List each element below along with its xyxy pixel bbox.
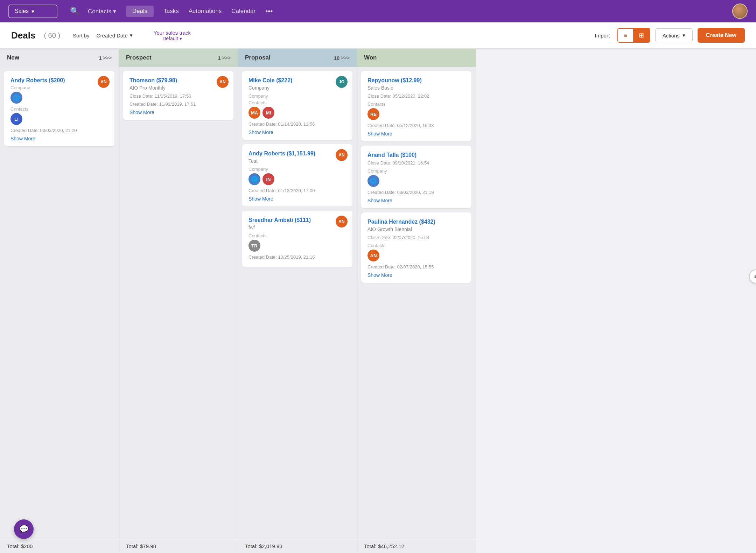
deal-title-card-repyounow[interactable]: Repyounow ($12.99) xyxy=(368,77,465,84)
deal-title-card-thomson[interactable]: Thomson ($79.98) xyxy=(130,77,227,84)
deal-badge-card-andy2: AN xyxy=(336,149,348,161)
deal-created-date-card-anand: Created Date: 03/03/2020, 21:19 xyxy=(368,190,465,195)
nav-contacts[interactable]: Contacts ▾ xyxy=(88,8,116,15)
chat-icon: 💬 xyxy=(19,525,29,534)
deal-card-card-mike: JO Mike Cole ($222) Company Company Cont… xyxy=(242,71,352,140)
view-toggle: ≡ ⊞ xyxy=(617,28,650,43)
col-new: New1 >>> AN Andy Roberts ($200) Company … xyxy=(0,49,119,553)
deal-contact-tr[interactable]: TR xyxy=(248,240,260,252)
deal-company-label-card-andy: Company xyxy=(10,85,108,90)
deals-count: ( 60 ) xyxy=(44,31,60,40)
search-icon[interactable]: 🔍 xyxy=(70,7,79,16)
avatar-image xyxy=(733,4,747,18)
deal-contact-an[interactable]: AN xyxy=(368,250,379,261)
deal-contact-in[interactable]: IN xyxy=(262,173,274,185)
deal-created-date-card-mike: Created Date: 01/14/2020, 11:56 xyxy=(248,121,346,127)
avatar[interactable] xyxy=(732,4,748,19)
deal-created-date-card-repyounow: Created Date: 05/12/2020, 16:33 xyxy=(368,123,465,128)
deal-contact-re[interactable]: RE xyxy=(368,108,379,120)
deal-company-avatars-card-andy2: 🌐 IN xyxy=(248,173,346,185)
deal-subtitle-card-mike: Company xyxy=(248,85,346,91)
deal-badge-card-mike: JO xyxy=(336,76,348,88)
deal-card-card-sreedhar: AN Sreedhar Ambati ($111) fwf Contacts T… xyxy=(242,211,352,267)
deal-card-card-anand: Anand Talla ($100) Close Date: 09/10/202… xyxy=(361,146,471,208)
globe-icon[interactable]: 🌐 xyxy=(368,175,379,187)
deal-title-card-mike[interactable]: Mike Cole ($222) xyxy=(248,77,346,84)
deal-contacts-label-card-andy: Contacts xyxy=(10,106,108,112)
deal-company-avatars-anand: 🌐 xyxy=(368,175,465,187)
deal-close-date-card-anand: Close Date: 09/10/2021, 16:54 xyxy=(368,160,465,166)
sales-track-sub[interactable]: Default ▾ xyxy=(162,36,182,41)
nav-calendar[interactable]: Calendar xyxy=(231,6,255,16)
show-more-card-andy[interactable]: Show More xyxy=(10,136,108,141)
nav-tasks[interactable]: Tasks xyxy=(163,6,178,16)
deal-title-card-paulina[interactable]: Paulina Hernandez ($432) xyxy=(368,219,465,225)
col-body-proposal: JO Mike Cole ($222) Company Company Cont… xyxy=(238,67,357,538)
deal-created-date-card-andy2: Created Date: 01/13/2020, 17:00 xyxy=(248,188,346,193)
actions-button[interactable]: Actions ▾ xyxy=(655,28,693,42)
col-body-prospect: AN Thomson ($79.98) AIO Pro Monthly Clos… xyxy=(119,67,238,538)
deal-contact-mi[interactable]: MI xyxy=(262,107,274,119)
col-footer-won: Total: $46,252.12 xyxy=(357,538,476,553)
col-body-won: Repyounow ($12.99) Sales Basic Close Dat… xyxy=(357,67,476,538)
deal-company-label-card-mike: Company xyxy=(248,93,346,99)
won-filter-fab[interactable]: ≡ xyxy=(749,270,756,284)
chat-fab[interactable]: 💬 xyxy=(14,519,34,539)
show-more-card-repyounow[interactable]: Show More xyxy=(368,131,465,136)
show-more-card-andy2[interactable]: Show More xyxy=(248,196,346,202)
deal-company-label-card-andy2: Company xyxy=(248,167,346,172)
col-footer-proposal: Total: $2,019.93 xyxy=(238,538,357,553)
deal-card-card-andy2: AN Andy Roberts ($1,151.99) Test Company… xyxy=(242,144,352,206)
list-view-button[interactable]: ≡ xyxy=(618,29,633,42)
nav-more[interactable]: ••• xyxy=(265,7,273,15)
deal-subtitle-card-andy2: Test xyxy=(248,158,346,164)
workspace-arrow: ▾ xyxy=(31,8,34,15)
toolbar-right: Import ≡ ⊞ Actions ▾ Create New xyxy=(592,28,745,43)
deal-title-card-andy[interactable]: Andy Roberts ($200) xyxy=(10,77,108,84)
sales-track-label: Your sales track xyxy=(154,30,191,36)
deal-contacts-label-card-mike: Contacts xyxy=(248,100,346,105)
col-prospect: Prospect1 >>> AN Thomson ($79.98) AIO Pr… xyxy=(119,49,238,553)
deal-badge-card-sreedhar: AN xyxy=(336,216,348,227)
deal-card-card-thomson: AN Thomson ($79.98) AIO Pro Monthly Clos… xyxy=(123,71,233,120)
deal-badge-card-andy: AN xyxy=(98,76,110,88)
kanban-view-button[interactable]: ⊞ xyxy=(633,29,650,42)
workspace-dropdown[interactable]: Sales ▾ xyxy=(8,5,57,18)
sort-arrow: ▾ xyxy=(130,32,133,38)
deal-created-date-card-andy: Created Date: 03/03/2020, 21:20 xyxy=(10,128,108,133)
deal-title-card-sreedhar[interactable]: Sreedhar Ambati ($111) xyxy=(248,217,346,223)
nav-automations[interactable]: Automations xyxy=(189,6,222,16)
col-header-new: New1 >>> xyxy=(0,49,119,67)
deal-close-date-card-thomson: Close Date: 11/15/2019, 17:50 xyxy=(130,93,227,99)
nav-links: Contacts ▾ Deals Tasks Automations Calen… xyxy=(88,6,724,17)
deal-contact-li[interactable]: LI xyxy=(10,113,22,125)
import-button[interactable]: Import xyxy=(592,31,613,40)
col-count-proposal: 10 >>> xyxy=(334,55,350,61)
show-more-card-paulina[interactable]: Show More xyxy=(368,272,465,278)
col-footer-new: Total: $200 xyxy=(0,538,119,553)
deal-card-card-paulina: Paulina Hernandez ($432) AIO Growth Bien… xyxy=(361,212,471,283)
create-new-button[interactable]: Create New xyxy=(698,28,745,43)
deal-title-card-anand[interactable]: Anand Talla ($100) xyxy=(368,152,465,158)
col-title-proposal: Proposal xyxy=(245,54,271,61)
show-more-card-mike[interactable]: Show More xyxy=(248,130,346,135)
deal-company-label-anand: Company xyxy=(368,168,465,174)
deal-title-card-andy2[interactable]: Andy Roberts ($1,151.99) xyxy=(248,150,346,157)
show-more-card-thomson[interactable]: Show More xyxy=(130,110,227,115)
col-count-prospect: 1 >>> xyxy=(218,55,231,61)
deal-contact-ma[interactable]: MA xyxy=(248,107,260,119)
deal-subtitle-card-paulina: AIO Growth Biennial xyxy=(368,226,465,232)
deal-subtitle-card-sreedhar: fwf xyxy=(248,225,346,230)
col-title-won: Won xyxy=(364,54,377,61)
globe-icon[interactable]: 🌐 xyxy=(248,173,260,185)
page-title: Deals xyxy=(11,30,35,41)
show-more-card-anand[interactable]: Show More xyxy=(368,198,465,203)
deal-contacts-avatars-card-paulina: AN xyxy=(368,250,465,261)
deal-created-date-card-paulina: Created Date: 02/07/2020, 15:55 xyxy=(368,264,465,270)
deal-contacts-avatars-card-mike: MA MI xyxy=(248,107,346,119)
globe-icon[interactable]: 🌐 xyxy=(10,92,22,104)
sort-select[interactable]: Created Date ▾ xyxy=(97,32,133,38)
nav-deals[interactable]: Deals xyxy=(126,6,154,17)
col-footer-prospect: Total: $79.98 xyxy=(119,538,238,553)
deal-close-date-card-paulina: Close Date: 02/07/2020, 15:54 xyxy=(368,235,465,240)
